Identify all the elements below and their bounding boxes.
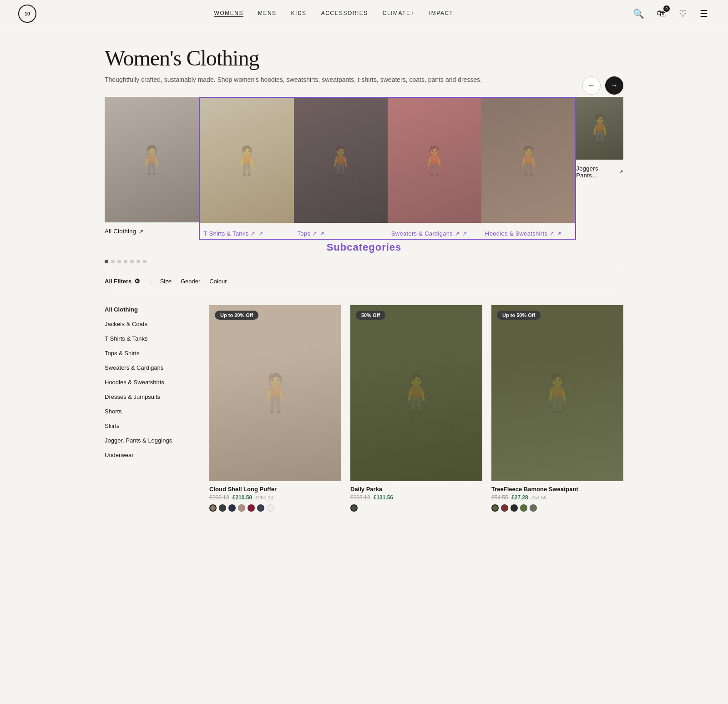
carousel-link-0[interactable]: All Clothing (105, 228, 199, 235)
color-swatch-0-5[interactable] (257, 504, 264, 512)
color-swatch-2-3[interactable] (520, 504, 527, 512)
carousel-nav: ← → (582, 76, 623, 95)
sidebar-link-underwear[interactable]: Underwear (105, 452, 134, 458)
color-swatch-0-0[interactable] (209, 504, 217, 512)
carousel-item-5[interactable]: 🧍 Joggers, Pants... (576, 97, 623, 240)
subcategory-highlight-box: 🧍 T-Shirts & Tanks ↗ 🧍 Tops ↗ (199, 97, 576, 240)
carousel-image-1: 🧍 (200, 98, 293, 223)
carousel-next-button[interactable]: → (605, 76, 623, 95)
sidebar-item-sweaters[interactable]: Sweaters & Cardigans (105, 363, 196, 372)
sidebar-link-jackets[interactable]: Jackets & Coats (105, 321, 147, 327)
color-swatch-0-2[interactable] (228, 504, 236, 512)
sidebar-item-skirts[interactable]: Skirts (105, 422, 196, 430)
nav-impact[interactable]: IMPACT (429, 10, 453, 17)
carousel-dot-2[interactable] (117, 260, 121, 263)
carousel-dot-3[interactable] (124, 260, 127, 263)
product-card-0[interactable]: Up to 20% Off 🧍 Cloud Shell Long Puffer … (209, 305, 341, 512)
search-button[interactable]: 🔍 (631, 6, 646, 21)
carousel-section: ← → 🧍 All Clothing 🧍 (105, 97, 623, 263)
sidebar-link-shorts[interactable]: Shorts (105, 408, 122, 415)
color-swatch-2-4[interactable] (530, 504, 537, 512)
sidebar-item-tshirts[interactable]: T-Shirts & Tanks (105, 334, 196, 342)
carousel-prev-button[interactable]: ← (582, 76, 601, 95)
sidebar-link-hoodies[interactable]: Hoodies & Sweatshirts (105, 379, 164, 386)
sidebar-item-all-clothing[interactable]: All Clothing (105, 305, 196, 313)
filter-bar: All Filters ⚙ | Size Gender Colour (105, 268, 623, 294)
sidebar-link-skirts[interactable]: Skirts (105, 422, 120, 429)
carousel-link-5[interactable]: Joggers, Pants... (576, 165, 623, 179)
product-colors-0 (209, 504, 341, 512)
sidebar-item-jackets[interactable]: Jackets & Coats (105, 320, 196, 328)
color-swatch-0-3[interactable] (238, 504, 245, 512)
sidebar-link-joggers[interactable]: Jogger, Pants & Leggings (105, 437, 172, 444)
sidebar-link-tshirts[interactable]: T-Shirts & Tanks (105, 335, 147, 342)
product-pricing-2: £54.55 £27.28 -£54.55 (491, 494, 623, 501)
carousel-dot-4[interactable] (130, 260, 134, 263)
carousel-item-3[interactable]: 🧍 Sweaters & Cardigans ↗ (388, 98, 481, 239)
nav-kids[interactable]: KIDS (291, 10, 307, 17)
sidebar-link-all-clothing[interactable]: All Clothing (105, 306, 138, 313)
logo[interactable]: 10 (18, 5, 36, 23)
product-wishlist-2[interactable]: ♡ (612, 310, 619, 320)
carousel-item-0[interactable]: 🧍 All Clothing (105, 97, 199, 240)
carousel-dot-0[interactable] (105, 260, 108, 263)
product-card-1[interactable]: 50% Off ♡ 🧍 Daily Parka £263.13 £131.56 (350, 305, 482, 512)
sidebar-item-underwear[interactable]: Underwear (105, 451, 196, 459)
carousel-dot-1[interactable] (111, 260, 115, 263)
product-wishlist-1[interactable]: ♡ (470, 310, 478, 320)
colour-filter-button[interactable]: Colour (209, 278, 227, 285)
size-filter-button[interactable]: Size (160, 278, 172, 285)
page-title: Women's Clothing (105, 45, 623, 70)
menu-button[interactable]: ☰ (698, 6, 710, 21)
carousel-dot-6[interactable] (143, 260, 147, 263)
size-filter-label: Size (160, 278, 172, 285)
sidebar-item-joggers[interactable]: Jogger, Pants & Leggings (105, 436, 196, 444)
color-swatch-0-1[interactable] (219, 504, 226, 512)
carousel-link-4[interactable]: Hoodies & Sweatshirts ↗ (485, 230, 571, 237)
gender-filter-button[interactable]: Gender (181, 278, 200, 285)
all-filters-button[interactable]: All Filters ⚙ (105, 277, 140, 285)
carousel-dots (105, 260, 623, 263)
carousel-dot-5[interactable] (136, 260, 140, 263)
product-badge-0: Up to 20% Off (215, 311, 258, 320)
wishlist-button[interactable]: ♡ (677, 6, 689, 21)
price-sale-1: £131.56 (374, 494, 393, 501)
carousel-link-3[interactable]: Sweaters & Cardigans ↗ (391, 230, 478, 237)
nav-accessories[interactable]: ACCESSORIES (321, 10, 368, 17)
sidebar: All Clothing Jackets & Coats T-Shirts & … (105, 305, 196, 512)
carousel-link-1[interactable]: T-Shirts & Tanks ↗ (203, 230, 290, 237)
carousel-item-4[interactable]: 🧍 Hoodies & Sweatshirts ↗ (481, 98, 575, 239)
price-sale-0: £210.50 (233, 494, 252, 501)
color-swatch-0-4[interactable] (248, 504, 255, 512)
gender-filter-label: Gender (181, 278, 200, 285)
sidebar-link-dresses[interactable]: Dresses & Jumpsuits (105, 393, 160, 400)
color-swatch-0-6[interactable] (267, 504, 274, 512)
product-image-1: 50% Off ♡ 🧍 (350, 305, 482, 481)
carousel-image-2: 🧍 (294, 98, 388, 223)
header: 10 WOMENS MENS KIDS ACCESSORIES CLIMATE+… (0, 0, 728, 27)
color-swatch-2-1[interactable] (501, 504, 508, 512)
carousel-label-0: All Clothing (105, 228, 199, 235)
price-range-2: -£54.55 (530, 495, 546, 500)
sidebar-link-tops[interactable]: Tops & Shirts (105, 350, 140, 357)
sidebar-item-hoodies[interactable]: Hoodies & Sweatshirts (105, 378, 196, 386)
cart-button[interactable]: 🛍 0 (655, 6, 668, 20)
product-colors-1 (350, 504, 482, 512)
color-swatch-2-2[interactable] (511, 504, 518, 512)
carousel-item-2[interactable]: 🧍 Tops ↗ (294, 98, 388, 239)
cart-badge: 0 (663, 5, 670, 12)
page-content: Women's Clothing Thoughtfully crafted, s… (91, 27, 637, 530)
sidebar-item-dresses[interactable]: Dresses & Jumpsuits (105, 392, 196, 401)
sidebar-item-shorts[interactable]: Shorts (105, 407, 196, 415)
carousel-label-area-0: All Clothing (105, 222, 199, 235)
product-card-2[interactable]: Up to 50% Off ♡ 🧍 TreeFleece Bamone Swea… (491, 305, 623, 512)
sidebar-item-tops[interactable]: Tops & Shirts (105, 349, 196, 357)
nav-climate[interactable]: CLIMATE+ (383, 10, 415, 17)
color-swatch-1-0[interactable] (350, 504, 358, 512)
color-swatch-2-0[interactable] (491, 504, 499, 512)
carousel-item-1[interactable]: 🧍 T-Shirts & Tanks ↗ (200, 98, 293, 239)
carousel-link-2[interactable]: Tops ↗ (298, 230, 384, 237)
nav-mens[interactable]: MENS (258, 10, 277, 17)
sidebar-link-sweaters[interactable]: Sweaters & Cardigans (105, 364, 163, 371)
nav-womens[interactable]: WOMENS (214, 10, 243, 17)
